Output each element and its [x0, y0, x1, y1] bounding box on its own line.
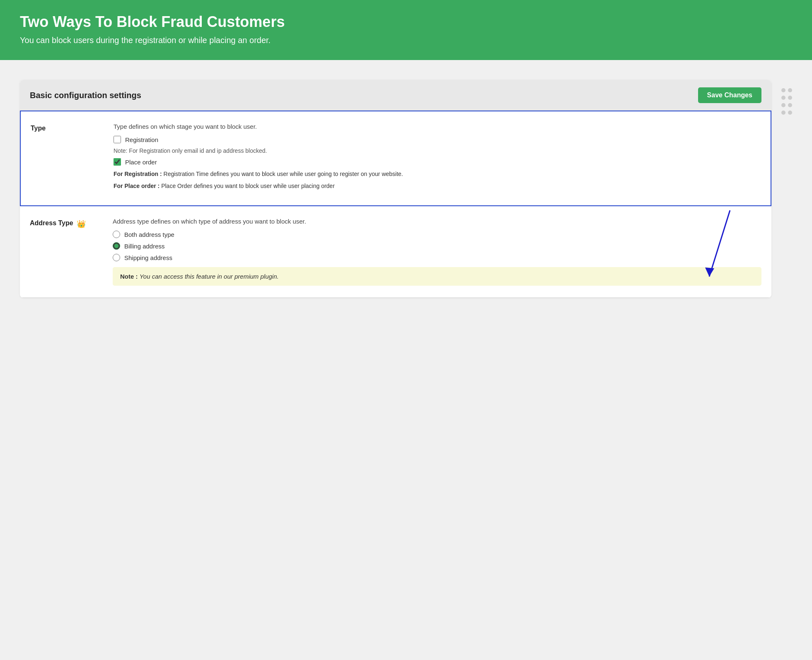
both-address-radio[interactable] — [113, 231, 120, 238]
address-type-content: Address type defines on which type of ad… — [113, 218, 761, 286]
registration-checkbox-row: Registration — [114, 136, 761, 143]
place-order-checkbox[interactable] — [114, 158, 121, 166]
dot — [781, 88, 785, 92]
address-type-description: Address type defines on which type of ad… — [113, 218, 761, 225]
registration-label: Registration — [125, 136, 158, 143]
dot — [781, 103, 785, 107]
type-content: Type defines on which stage you want to … — [114, 123, 761, 194]
main-content: Basic configuration settings Save Change… — [0, 60, 812, 318]
header-title: Two Ways To Block Fraud Customers — [20, 13, 792, 31]
info-place-order: For Place order : Place Order defines yo… — [114, 182, 761, 190]
dot-row-3 — [781, 103, 792, 107]
header-banner: Two Ways To Block Fraud Customers You ca… — [0, 0, 812, 60]
dot — [788, 103, 792, 107]
type-setting-row: Type Type defines on which stage you wan… — [20, 111, 771, 206]
premium-note-bold: Note : — [120, 273, 138, 280]
shipping-address-radio[interactable] — [113, 254, 120, 261]
both-address-label: Both address type — [124, 231, 174, 238]
shipping-address-row: Shipping address — [113, 254, 761, 261]
shipping-address-label: Shipping address — [124, 254, 172, 261]
address-type-setting-row: Address Type 👑 Address type defines on w… — [20, 206, 771, 298]
header-subtitle: You can block users during the registrat… — [20, 36, 792, 45]
dot-row-1 — [781, 88, 792, 92]
panel-title: Basic configuration settings — [30, 91, 141, 100]
billing-address-row: Billing address — [113, 242, 761, 250]
billing-address-radio[interactable] — [113, 242, 120, 250]
premium-note: Note : You can access this feature in ou… — [113, 267, 761, 286]
dot — [781, 96, 785, 100]
panel-header: Basic configuration settings Save Change… — [20, 80, 771, 111]
dot — [788, 88, 792, 92]
dot — [781, 111, 785, 115]
crown-icon: 👑 — [77, 219, 86, 229]
address-type-label: Address Type 👑 — [30, 218, 113, 286]
dots-sidebar — [781, 80, 792, 298]
place-order-label: Place order — [125, 159, 157, 166]
registration-note: Note: For Registration only email id and… — [114, 147, 761, 154]
billing-address-label: Billing address — [124, 243, 165, 250]
place-order-checkbox-row: Place order — [114, 158, 761, 166]
save-changes-button[interactable]: Save Changes — [698, 87, 761, 103]
dot — [788, 96, 792, 100]
dot-row-4 — [781, 111, 792, 115]
dot-row-2 — [781, 96, 792, 100]
type-label: Type — [31, 123, 114, 194]
info-registration: For Registration : Registration Time def… — [114, 170, 761, 178]
settings-panel: Basic configuration settings Save Change… — [20, 80, 771, 298]
both-address-row: Both address type — [113, 231, 761, 238]
type-description: Type defines on which stage you want to … — [114, 123, 761, 130]
registration-checkbox[interactable] — [114, 136, 121, 143]
premium-note-italic: You can access this feature in our premi… — [140, 273, 279, 280]
dot — [788, 111, 792, 115]
